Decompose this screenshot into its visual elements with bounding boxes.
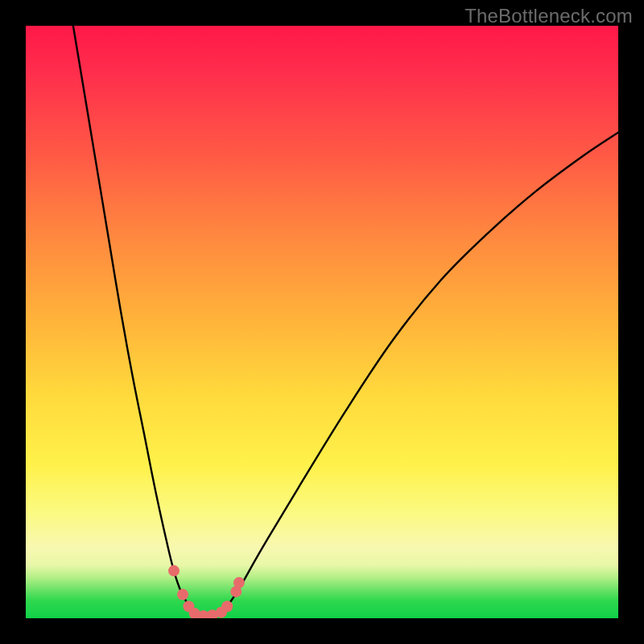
curve-marker [233, 577, 245, 588]
bottleneck-curve [73, 26, 618, 617]
curve-layer [26, 26, 618, 618]
curve-marker [168, 565, 180, 576]
curve-marker [221, 601, 233, 612]
watermark-label: TheBottleneck.com [464, 5, 633, 27]
curve-marker [177, 589, 188, 601]
chart-frame: TheBottleneck.com [0, 0, 644, 644]
plot-area [26, 26, 618, 618]
